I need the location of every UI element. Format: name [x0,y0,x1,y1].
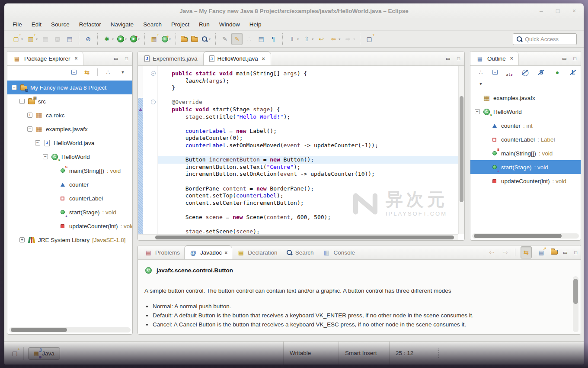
skip-all-breakpoints-button[interactable]: ⊘ [83,33,94,45]
code-editor[interactable]: public static void main(String[] args) {… [158,66,458,234]
folding-ruler[interactable]: −− [143,66,158,234]
dropdown-chevron-icon[interactable]: ▾ [138,37,140,41]
javadoc-vscrollbar[interactable] [573,276,578,332]
tree-item-my-fancy-new-java-8-project[interactable]: −My Fancy new Java 8 Project [7,81,132,94]
tree-item-updatecounter-int[interactable]: −updateCounter(int) : void [7,219,132,233]
close-window-icon[interactable]: × [571,7,578,14]
editor-hscrollbar[interactable] [138,234,458,240]
dropdown-chevron-icon[interactable]: ▾ [353,37,355,41]
code-line[interactable]: content.setTop(counterLabel); [158,192,458,200]
titlebar[interactable]: Java – My Fancy new Java 8 Project/src/e… [4,3,584,18]
hide-fields-button[interactable]: ◯ [521,68,530,77]
dropdown-chevron-icon[interactable]: ▾ [112,37,114,41]
expander-minus-icon[interactable]: − [35,140,40,145]
tree-item-main-string[interactable]: −Smain(String[]) : void [470,146,581,160]
link-with-editor-button[interactable]: ⇆ [521,246,532,258]
tree-item-counter[interactable]: −counter [7,178,132,191]
tab-declaration[interactable]: ▤Declaration [232,245,281,259]
last-edit-location-button[interactable]: ↩ [316,33,327,45]
code-line[interactable]: incrementButton.setOnAction(event -> upd… [158,171,458,178]
close-view-icon[interactable]: × [510,55,513,61]
code-line[interactable]: stage.setTitle("Hello World!"); [158,113,458,121]
maximize-view-icon[interactable]: □ [574,250,577,255]
code-line[interactable]: counterLabel = new Label(); [158,128,458,135]
occurrences-options-button[interactable]: ∴ [243,33,255,45]
tree-item-counterlabel[interactable]: −counterLabel : Label [470,132,581,146]
code-line[interactable]: BorderPane content = new BorderPane(); [158,185,458,193]
tab-problems[interactable]: ▤Problems [140,245,184,259]
tab-outline[interactable]: ▤ Outline × [470,52,519,65]
dropdown-chevron-icon[interactable]: ▾ [125,37,127,41]
save-all-button[interactable]: ▩ [52,33,63,45]
new-wizard-button[interactable]: ▢+▾ [10,33,24,45]
menu-file[interactable]: File [8,20,27,29]
menu-navigate[interactable]: Navigate [106,20,138,29]
tree-item-start-stage[interactable]: −▲start(Stage) : void [7,205,132,219]
expander-minus-icon[interactable]: − [12,85,17,90]
expander-plus-icon[interactable]: + [19,237,25,242]
tree-item-src[interactable]: −▦src [7,94,132,108]
open-resource-button[interactable] [190,34,199,44]
code-line[interactable]: Scene scene = new Scene(content, 600, 50… [158,214,458,221]
maximize-view-icon[interactable]: □ [125,56,128,61]
tree-item-helloworld-java[interactable]: −JHelloWorld.java [7,136,132,150]
editor-vertical-ruler[interactable] [138,66,143,234]
maximize-editor-icon[interactable]: □ [457,56,460,61]
tree-item-helloworld[interactable]: −C▸HelloWorld [7,150,132,164]
outline-hscrollbar[interactable] [472,233,579,239]
search-button[interactable]: ▾ [200,34,212,44]
editor-tab-experiments-java[interactable]: JExperiments.java [139,52,203,65]
dropdown-chevron-icon[interactable]: ▾ [297,37,299,41]
code-line[interactable]: updateCounter(0); [158,135,458,142]
menu-help[interactable]: Help [245,20,266,29]
tree-item-ca-rokc[interactable]: +▦ca.rokc [7,108,132,122]
dropdown-chevron-icon[interactable]: ▾ [169,37,171,41]
dropdown-chevron-icon[interactable]: ▾ [209,37,211,41]
sort-button[interactable]: a↓z [505,68,514,77]
next-annotation-button[interactable]: ⇩▾ [286,33,300,45]
link-with-editor-button[interactable]: ⇆ [83,68,91,77]
open-input-javadoc-button[interactable]: ▤↗ [537,248,546,257]
close-tab-icon[interactable]: × [262,56,265,62]
status-drag-handle[interactable] [438,349,439,358]
menu-source[interactable]: Source [46,20,74,29]
fold-collapse-icon[interactable]: − [151,100,156,104]
tab-package-explorer[interactable]: ▤ Package Explorer × [7,52,83,65]
maximize-view-icon[interactable]: □ [573,56,576,61]
open-in-browser-button[interactable]: ● [551,249,558,256]
expander-minus-icon[interactable]: − [43,154,48,159]
menu-window[interactable]: Window [214,20,245,29]
code-line[interactable] [158,178,458,185]
menu-run[interactable]: Run [194,20,214,29]
view-menu-dots-button[interactable]: ∴ [104,68,112,77]
code-line[interactable]: public static void main(String[] args) { [158,70,458,77]
editor-vscrollbar[interactable] [458,66,464,234]
code-line[interactable] [158,149,458,157]
hide-local-types-button[interactable]: L [569,68,578,77]
new-java-package-button[interactable]: ▦+ [148,33,160,45]
close-view-icon[interactable]: × [75,55,78,61]
tree-item-examples-javafx[interactable]: −▦examples.javafx [7,122,132,136]
collapse-all-button[interactable]: − [492,70,498,75]
previous-annotation-button[interactable]: ⇧▾ [301,33,315,45]
minimize-view-icon[interactable]: ▭ [562,56,566,61]
tab-search[interactable]: Search [282,245,318,259]
new-java-project-button[interactable]: ▥+▾ [25,33,39,45]
open-perspective-button[interactable]: ▢+ [364,33,375,45]
open-perspective-icon[interactable]: ▢+ [10,349,19,358]
forward-button[interactable]: ⇨▾ [342,33,356,45]
dropdown-chevron-icon[interactable]: ▾ [312,37,313,41]
hide-static-button[interactable]: S [537,68,546,77]
open-declaration-button[interactable]: ▤ [256,33,267,45]
show-whitespace-button[interactable]: ¶ [268,33,279,45]
back-button[interactable]: ⇦▾ [328,33,342,45]
tree-item-jre-system-library[interactable]: +JRE System Library [JavaSE-1.8] [7,233,132,247]
minimize-view-icon[interactable]: ▭ [114,56,118,61]
menu-search[interactable]: Search [138,20,166,29]
run-external-tools-button[interactable]: ▶●▾ [129,34,141,44]
java-perspective-button[interactable]: ▦J Java [28,347,60,360]
expander-minus-icon[interactable]: − [475,109,480,114]
menu-edit[interactable]: Edit [27,20,46,29]
menu-project[interactable]: Project [166,20,194,29]
code-line[interactable]: incrementButton.setText("Centre"); [158,164,458,171]
